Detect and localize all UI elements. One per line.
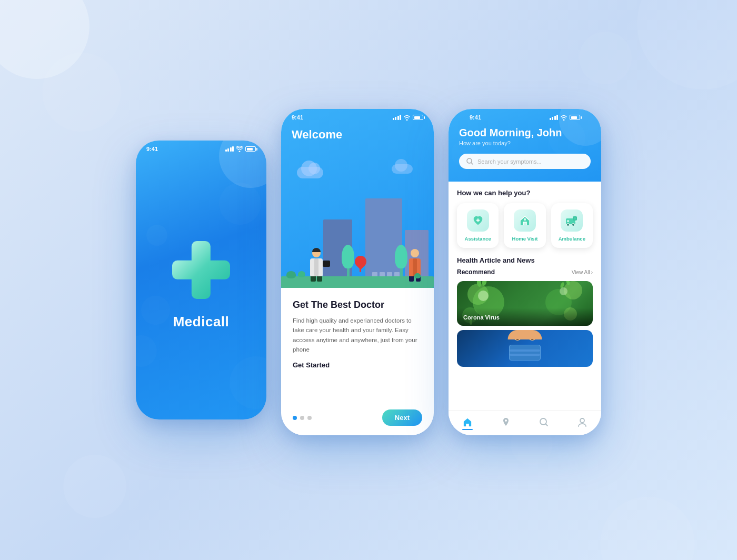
pagination-row: Next xyxy=(293,409,422,426)
pagination-dots xyxy=(293,416,312,420)
service-card-homevisit[interactable]: Home Visit xyxy=(504,203,545,248)
wifi-icon-2 xyxy=(403,115,411,121)
article-card-corona[interactable]: Corona Virus xyxy=(457,281,593,326)
doctor-figure xyxy=(310,249,323,276)
dashboard-header: 9:41 Good Morning, John How are xyxy=(449,109,601,182)
search-placeholder: Search your symptoms... xyxy=(477,158,542,165)
status-time-3: 9:41 xyxy=(470,114,481,121)
service-card-assistance[interactable]: Assistance xyxy=(457,203,499,248)
status-icons-2 xyxy=(393,115,424,121)
signal-bars-3 xyxy=(550,115,559,120)
onboarding-header: 9:41 Welcome xyxy=(281,109,434,288)
onboarding-body: Get The Best Doctor Find high quality an… xyxy=(281,288,434,435)
bottom-nav xyxy=(449,410,601,435)
onboarding-heading: Get The Best Doctor xyxy=(293,299,422,311)
help-section-title: How we can help you? xyxy=(457,189,593,197)
homevisit-label: Home Visit xyxy=(512,236,538,242)
service-cards-row: Assistance Home Visit xyxy=(457,203,593,248)
battery-icon-2 xyxy=(413,115,423,120)
assistance-label: Assistance xyxy=(465,236,491,242)
svg-rect-6 xyxy=(574,217,576,219)
nav-item-search[interactable] xyxy=(539,417,549,430)
splash-content: Medicall xyxy=(136,155,266,415)
svg-point-8 xyxy=(580,418,584,423)
svg-point-5 xyxy=(572,224,575,226)
status-time-1: 9:41 xyxy=(146,146,158,152)
get-started-label: Get Started xyxy=(293,361,422,369)
nav-item-home[interactable] xyxy=(462,417,473,430)
search-nav-icon xyxy=(539,417,549,427)
ambulance-icon xyxy=(561,209,583,232)
phone-onboarding: 9:41 Welcome xyxy=(281,109,434,435)
assistance-icon xyxy=(467,209,489,232)
dot-2 xyxy=(300,416,304,420)
onboarding-description: Find high quality and experianced doctor… xyxy=(293,316,422,355)
dot-1 xyxy=(293,416,297,420)
nav-item-profile[interactable] xyxy=(577,417,587,430)
welcome-title: Welcome xyxy=(281,128,434,142)
battery-icon-1 xyxy=(245,146,256,152)
nav-active-indicator xyxy=(462,429,473,430)
app-name: Medicall xyxy=(173,314,230,330)
search-bar[interactable]: Search your symptoms... xyxy=(459,154,591,169)
nav-item-location[interactable] xyxy=(501,417,511,430)
svg-point-4 xyxy=(567,224,570,226)
svg-point-7 xyxy=(540,418,546,425)
service-card-ambulance[interactable]: Ambulance xyxy=(551,203,593,248)
articles-section: Health Article and News Recommend View A… xyxy=(457,256,593,367)
map-pin xyxy=(355,256,366,272)
phone-splash: 9:41 xyxy=(136,141,266,419)
home-nav-icon xyxy=(462,417,473,427)
phone-dashboard: 9:41 Good Morning, John How are xyxy=(449,109,601,435)
svg-rect-1 xyxy=(524,218,526,221)
article-card-2[interactable] xyxy=(457,330,593,367)
article-title-1: Corona Virus xyxy=(463,314,500,321)
phones-container: 9:41 xyxy=(136,125,601,435)
homevisit-icon xyxy=(514,209,536,232)
ambulance-label: Ambulance xyxy=(559,236,585,242)
onboarding-illustration xyxy=(281,162,434,288)
view-all-link[interactable]: View All › xyxy=(572,269,593,275)
recommend-label: Recommend xyxy=(457,268,495,276)
app-logo xyxy=(172,241,230,299)
articles-header: Health Article and News xyxy=(457,256,593,264)
location-nav-icon xyxy=(501,417,511,427)
article-overlay-1: Corona Virus xyxy=(457,308,593,326)
profile-nav-icon xyxy=(577,417,587,427)
next-button[interactable]: Next xyxy=(382,409,422,426)
dashboard-body: How we can help you? Assistance xyxy=(449,182,601,416)
patient-figure xyxy=(409,249,421,276)
battery-icon-3 xyxy=(570,115,580,120)
dot-3 xyxy=(307,416,312,420)
status-bar-phone2: 9:41 xyxy=(281,109,434,124)
signal-bars-2 xyxy=(393,115,402,120)
recommend-row: Recommend View All › xyxy=(457,268,593,276)
status-time-2: 9:41 xyxy=(292,114,303,121)
